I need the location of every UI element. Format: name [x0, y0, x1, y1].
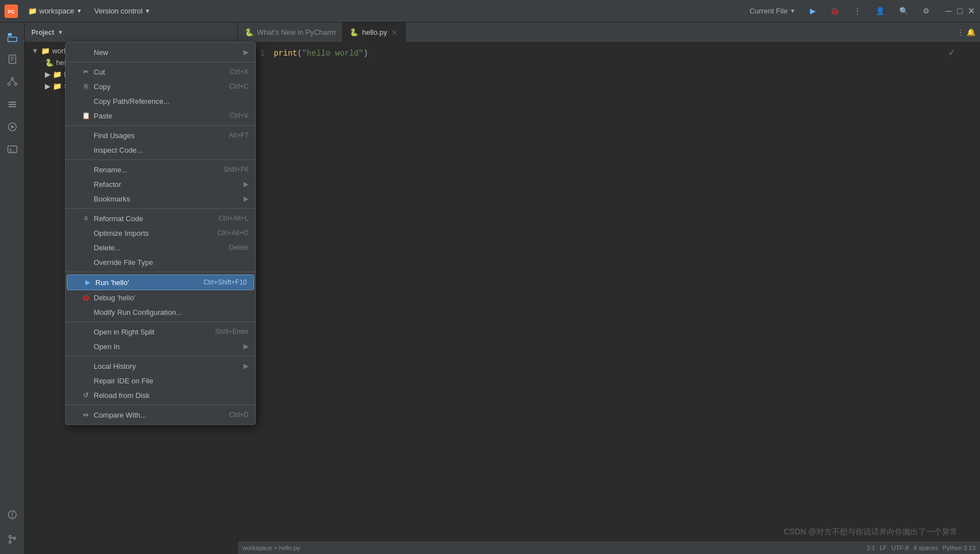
expand-icon: ▶ — [45, 70, 50, 79]
version-control-menu[interactable]: Version control ▼ — [89, 4, 156, 17]
shortcut: Ctrl+Shift+F10 — [204, 278, 247, 286]
tab-whats-new[interactable]: 🐍 What's New in PyCharm — [238, 22, 343, 43]
menu-item-open-in[interactable]: Open In ▶ — [66, 339, 255, 354]
svg-point-8 — [11, 77, 13, 80]
workspace-menu[interactable]: 📁 workspace ▼ — [22, 4, 88, 17]
titlebar: PC 📁 workspace ▼ Version control ▼ Curre… — [0, 0, 980, 22]
code-line-1: 1 print("hello world") — [238, 47, 980, 59]
submenu-arrow: ▶ — [243, 342, 249, 350]
folder-icon: 📁 — [53, 82, 62, 90]
titlebar-menu: 📁 workspace ▼ Version control ▼ — [22, 4, 156, 17]
menu-item-cut[interactable]: ✂ Cut Ctrl+X — [66, 65, 255, 79]
chevron-down-icon: ▼ — [790, 8, 795, 14]
menu-item-compare-with[interactable]: ⇔ Compare With... Ctrl+D — [66, 408, 255, 422]
notification-icon[interactable]: 🔔 — [967, 28, 976, 36]
menu-item-open-right-split[interactable]: Open in Right Split Shift+Enter — [66, 324, 255, 339]
history-icon — [81, 361, 90, 370]
menu-item-reformat-code[interactable]: ≡ Reformat Code Ctrl+Alt+L — [66, 211, 255, 226]
svg-text:PC: PC — [8, 9, 15, 15]
menu-separator — [66, 405, 255, 405]
open-in-icon — [81, 342, 90, 351]
shortcut: Ctrl+X — [229, 68, 249, 76]
menu-item-refactor[interactable]: Refactor ▶ — [66, 177, 255, 191]
tab-label: What's New in PyCharm — [257, 28, 335, 36]
submenu-arrow: ▶ — [243, 180, 249, 188]
svg-point-9 — [8, 83, 10, 85]
sidebar-icon-layers[interactable] — [2, 94, 22, 115]
sidebar-icon-git[interactable] — [2, 529, 22, 550]
line-ending[interactable]: LF — [880, 544, 887, 551]
menu-item-bookmarks[interactable]: Bookmarks ▶ — [66, 191, 255, 206]
menu-item-modify-run-config[interactable]: Modify Run Configuration... — [66, 305, 255, 319]
sidebar-icon-problems[interactable] — [2, 505, 22, 525]
settings-button[interactable]: ⚙ — [918, 4, 934, 17]
menu-item-copy-path[interactable]: Copy Path/Reference... — [66, 94, 255, 108]
maximize-button[interactable]: □ — [955, 7, 964, 16]
menu-separator — [66, 322, 255, 322]
menu-item-label: Open In — [94, 342, 119, 351]
menu-item-local-history[interactable]: Local History ▶ — [66, 359, 255, 373]
code-editor[interactable]: 1 print("hello world") ✓ — [238, 43, 980, 541]
menu-item-reload-disk[interactable]: ↺ Reload from Disk — [66, 388, 255, 402]
compare-icon: ⇔ — [81, 410, 90, 419]
menu-item-copy[interactable]: ⎘ Copy Ctrl+C — [66, 79, 255, 94]
checkmark-icon: ✓ — [948, 47, 955, 58]
shortcut: Shift+F6 — [223, 166, 249, 173]
menu-item-inspect-code[interactable]: Inspect Code... — [66, 143, 255, 157]
menu-item-label: Rename... — [94, 166, 127, 174]
menu-item-optimize-imports[interactable]: Optimize Imports Ctrl+Alt+O — [66, 226, 255, 240]
inspect-icon — [81, 145, 90, 154]
menu-separator — [66, 356, 255, 356]
menu-item-rename[interactable]: Rename... Shift+F6 — [66, 162, 255, 177]
submenu-arrow: ▶ — [243, 195, 249, 203]
more-options-button[interactable]: ⋮ — [849, 4, 866, 17]
menu-item-override-file-type[interactable]: Override File Type — [66, 255, 255, 269]
menu-item-label: New — [94, 48, 108, 57]
menu-item-debug-hello[interactable]: 🐞 Debug 'hello' — [66, 290, 255, 305]
delete-icon — [81, 243, 90, 252]
menu-item-repair-ide[interactable]: Repair IDE on File — [66, 373, 255, 388]
menu-item-label: Refactor — [94, 180, 121, 189]
current-file-button[interactable]: Current File ▼ — [745, 4, 800, 17]
menu-item-label: Cut — [94, 68, 105, 76]
tab-hello-py[interactable]: 🐍 hello.py ✕ — [343, 22, 406, 43]
shortcut: Delete — [229, 244, 249, 251]
sidebar-icon-run[interactable] — [2, 117, 22, 137]
shortcut: Shift+Enter — [215, 328, 249, 336]
sidebar-icon-terminal[interactable] — [2, 139, 22, 159]
sidebar-icon-project[interactable] — [2, 27, 22, 47]
more-tabs-icon[interactable]: ⋮ — [957, 28, 964, 36]
menu-item-find-usages[interactable]: Find Usages Alt+F7 — [66, 128, 255, 143]
menu-item-paste[interactable]: 📋 Paste Ctrl+V — [66, 108, 255, 123]
svg-marker-17 — [11, 125, 15, 129]
rename-icon — [81, 165, 90, 174]
encoding[interactable]: UTF-8 — [891, 544, 909, 551]
paste-icon: 📋 — [81, 111, 90, 120]
debug-button[interactable]: 🐞 — [826, 4, 844, 17]
menu-item-label: Bookmarks — [94, 195, 130, 203]
cursor-position[interactable]: 1:1 — [867, 544, 875, 551]
menu-separator — [66, 62, 255, 62]
shortcut: Ctrl+Alt+O — [217, 229, 249, 237]
sidebar-icon-bookmarks[interactable] — [2, 49, 22, 70]
refactor-icon — [81, 180, 90, 189]
python-version[interactable]: Python 3.13 — [942, 544, 976, 551]
svg-rect-13 — [8, 102, 16, 103]
python-tab-icon: 🐍 — [349, 28, 358, 36]
search-button[interactable]: 🔍 — [895, 4, 913, 17]
tab-close-button[interactable]: ✕ — [390, 28, 398, 38]
minimize-button[interactable]: ─ — [944, 7, 953, 16]
menu-item-label: Copy — [94, 83, 111, 91]
run-button[interactable]: ▶ — [806, 4, 820, 17]
indent-setting[interactable]: 4 spaces — [913, 544, 938, 551]
menu-item-new[interactable]: New ▶ — [66, 45, 255, 59]
sidebar-icon-structure[interactable] — [2, 72, 22, 92]
menu-item-delete[interactable]: Delete... Delete — [66, 240, 255, 255]
close-button[interactable]: ✕ — [967, 7, 976, 16]
menu-separator — [66, 125, 255, 126]
menu-item-label: Delete... — [94, 244, 121, 252]
reload-icon: ↺ — [81, 391, 90, 400]
menu-item-run-hello[interactable]: ▶ Run 'hello' Ctrl+Shift+F10 — [67, 274, 254, 290]
account-button[interactable]: 👤 — [871, 4, 889, 17]
svg-line-12 — [12, 80, 16, 83]
